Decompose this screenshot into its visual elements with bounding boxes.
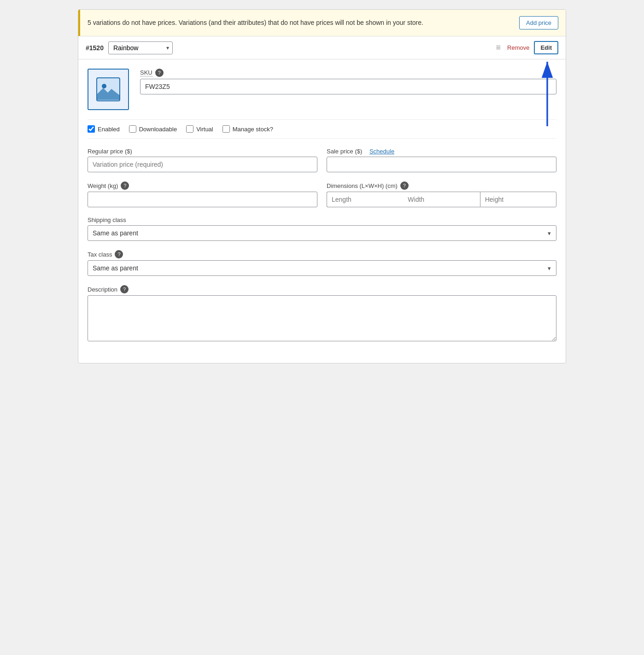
enabled-checkbox-label[interactable]: Enabled — [88, 125, 120, 133]
notice-banner: 5 variations do not have prices. Variati… — [78, 10, 566, 36]
sale-price-group: Sale price ($) Schedule — [327, 148, 556, 172]
description-field: Description ? — [88, 285, 556, 343]
manage-stock-checkbox-label[interactable]: Manage stock? — [222, 125, 273, 133]
tax-class-label: Tax class ? — [88, 250, 556, 258]
add-price-button[interactable]: Add price — [519, 16, 558, 29]
variation-select-wrapper[interactable]: Rainbow Blue Green Red ▾ — [108, 41, 173, 54]
downloadable-checkbox[interactable] — [129, 125, 136, 133]
variation-id: #1520 — [86, 44, 104, 52]
edit-area: Edit — [534, 41, 558, 54]
weight-input[interactable] — [88, 192, 317, 207]
shipping-class-wrapper: Same as parent No shipping class Standar… — [88, 225, 556, 241]
enabled-checkbox[interactable] — [88, 125, 95, 133]
tax-class-field: Tax class ? Same as parent Standard rate… — [88, 250, 556, 276]
checkboxes-row: Enabled Downloadable Virtual Manage stoc… — [88, 119, 556, 139]
variation-header: #1520 Rainbow Blue Green Red ▾ ≡ Remove … — [78, 36, 566, 59]
variation-image[interactable] — [88, 69, 129, 110]
dimensions-label: Dimensions (L×W×H) (cm) ? — [327, 181, 556, 190]
variation-select[interactable]: Rainbow Blue Green Red — [108, 41, 173, 54]
height-input[interactable] — [480, 192, 556, 207]
sku-section: SKU ? — [140, 69, 556, 94]
dimensions-inputs — [327, 192, 556, 207]
weight-dimensions-row: Weight (kg) ? Dimensions (L×W×H) (cm) ? — [88, 181, 556, 207]
width-input[interactable] — [403, 192, 480, 207]
remove-link[interactable]: Remove — [507, 44, 529, 51]
notice-text: 5 variations do not have prices. Variati… — [88, 18, 512, 28]
virtual-checkbox-label[interactable]: Virtual — [186, 125, 213, 133]
sku-help-icon[interactable]: ? — [155, 69, 164, 77]
tax-help-icon[interactable]: ? — [115, 250, 123, 258]
regular-price-input[interactable] — [88, 157, 317, 172]
svg-point-3 — [102, 84, 106, 88]
tax-class-wrapper: Same as parent Standard rate Reduced rat… — [88, 260, 556, 276]
schedule-link[interactable]: Schedule — [369, 148, 394, 155]
regular-price-group: Regular price ($) — [88, 148, 317, 172]
description-label: Description ? — [88, 285, 556, 293]
shipping-class-field: Shipping class Same as parent No shippin… — [88, 216, 556, 241]
description-help-icon[interactable]: ? — [120, 285, 129, 293]
image-icon — [96, 77, 121, 102]
drag-handle-icon[interactable]: ≡ — [496, 43, 501, 53]
weight-group: Weight (kg) ? — [88, 181, 317, 207]
tax-class-select[interactable]: Same as parent Standard rate Reduced rat… — [88, 260, 556, 276]
dimensions-help-icon[interactable]: ? — [400, 181, 409, 190]
weight-help-icon[interactable]: ? — [121, 181, 129, 190]
manage-stock-checkbox[interactable] — [222, 125, 230, 133]
variation-body: SKU ? Enabled Downloadable Virtual — [78, 59, 566, 363]
sale-price-input[interactable] — [327, 157, 556, 172]
weight-label: Weight (kg) ? — [88, 181, 317, 190]
virtual-checkbox[interactable] — [186, 125, 193, 133]
length-input[interactable] — [327, 192, 403, 207]
downloadable-checkbox-label[interactable]: Downloadable — [129, 125, 177, 133]
shipping-class-select[interactable]: Same as parent No shipping class Standar… — [88, 225, 556, 241]
top-row: SKU ? — [88, 69, 556, 110]
regular-price-label: Regular price ($) — [88, 148, 317, 155]
dimensions-group: Dimensions (L×W×H) (cm) ? — [327, 181, 556, 207]
price-row: Regular price ($) Sale price ($) Schedul… — [88, 148, 556, 172]
edit-button[interactable]: Edit — [534, 41, 558, 54]
description-textarea[interactable] — [88, 295, 556, 341]
sku-input[interactable] — [140, 79, 556, 94]
sku-label: SKU ? — [140, 69, 556, 77]
sale-price-label: Sale price ($) Schedule — [327, 148, 556, 155]
shipping-class-label: Shipping class — [88, 216, 556, 223]
